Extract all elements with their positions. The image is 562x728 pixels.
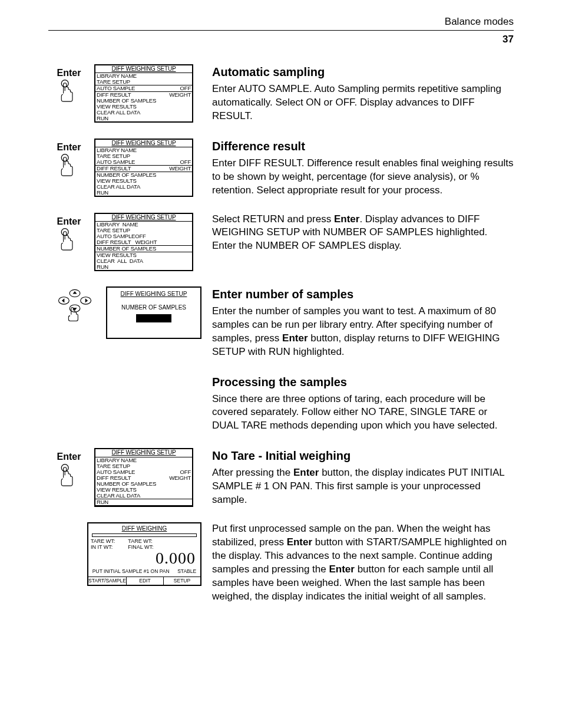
dpad-icon [57,286,93,323]
enter-label: Enter [57,67,81,80]
body-no-tare: After pressing the Enter button, the dis… [212,466,514,507]
press-icon [59,463,79,489]
header-section: Balance modes [48,15,514,31]
enter-label: Enter [57,215,81,228]
enter-label: Enter [57,141,81,154]
body-num-samples: Enter the number of samples you want to … [212,305,514,359]
body-auto-sampling: Enter AUTO SAMPLE. Auto Sampling permits… [212,83,514,123]
svg-point-7 [61,465,68,472]
heading-num-samples: Enter number of samples [212,286,514,302]
heading-processing: Processing the samples [212,374,514,390]
lcd-screen-2: DIFF WEIGHING SETUP LIBRARY NAMETARE SET… [94,139,193,197]
press-icon [59,228,79,253]
heading-auto-sampling: Automatic sampling [212,64,514,80]
page-number: 37 [48,33,514,47]
lcd-screen-3: DIFF WEIGHING SETUP LIBRARY NAMETARE SET… [94,213,193,271]
heading-diff-result: Difference result [212,139,514,154]
press-icon [59,79,79,105]
lcd-screen-5: DIFF WEIGHING SETUP LIBRARY NAMETARE SET… [94,448,193,506]
body-processing: Since there are three options of taring,… [212,393,514,433]
heading-no-tare: No Tare - Initial weighing [212,448,514,464]
lcd-weigh-screen: DIFF WEIGHING TARE WT:IN IT WT: TARE WT:… [87,522,201,586]
enter-label: Enter [57,450,81,463]
body-diff-result: Enter DIFF RESULT. Difference result ena… [212,157,514,197]
svg-point-0 [61,80,68,87]
lcd-num-entry: DIFF WEIGHING SETUP NUMBER OF SAMPLES [106,286,201,339]
body-put-sample: Put first unprocessed sample on the pan.… [212,522,514,604]
body-return: Select RETURN and press Enter. Display a… [212,213,514,253]
svg-point-2 [61,229,68,236]
svg-point-1 [61,154,68,162]
press-icon [59,153,79,179]
lcd-screen-1: DIFF WEIGHING SETUP LIBRARY NAMETARE SET… [94,64,193,123]
